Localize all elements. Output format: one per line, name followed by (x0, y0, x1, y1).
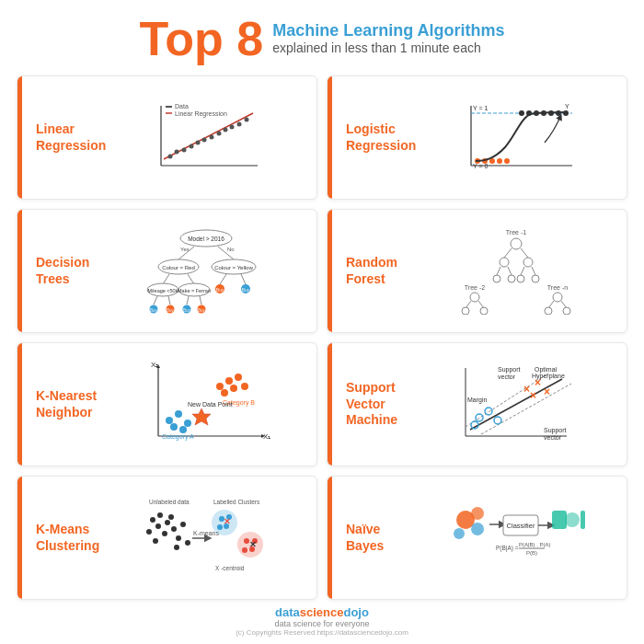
svg-point-26 (504, 158, 510, 164)
svg-line-79 (521, 267, 524, 275)
svg-point-104 (175, 410, 182, 418)
svg-line-78 (508, 267, 512, 275)
svg-text:X₁: X₁ (263, 432, 270, 441)
card-bar (17, 343, 22, 466)
svg-line-80 (532, 267, 535, 275)
svg-text:Buy: Buy (198, 308, 206, 313)
svg-point-170 (471, 523, 484, 535)
card-logistic-regression: LogisticRegression (327, 75, 627, 200)
svg-point-90 (480, 307, 488, 315)
svg-point-124 (485, 408, 492, 415)
card-bar (328, 477, 332, 599)
card-visual-linear-regression: Data Linear Regression (106, 84, 307, 191)
svg-point-82 (508, 275, 515, 282)
svg-point-83 (517, 275, 524, 282)
card-visual-k-nearest-neighbor: X₁ X₂ Category A Category B (105, 351, 307, 458)
svg-point-105 (170, 423, 178, 431)
svg-point-81 (493, 275, 500, 282)
svg-point-84 (532, 275, 539, 282)
card-naive-bayes: NaïveBayes C (327, 476, 627, 600)
svg-text:P(A|B) . P(A): P(A|B) . P(A) (519, 542, 551, 547)
card-bar (328, 210, 332, 332)
footer-brand-science: science (300, 605, 344, 619)
svg-point-25 (497, 158, 502, 164)
card-random-forest: RandomForest Tree -1 (327, 209, 627, 333)
svg-point-106 (184, 420, 191, 427)
card-bar (328, 76, 332, 199)
svg-line-50 (188, 274, 194, 284)
svg-point-7 (195, 140, 200, 144)
card-bar (17, 76, 22, 199)
svg-text:Buy: Buy (183, 308, 191, 313)
card-k-means-clustering: K-MeansClustering Unlabeled data (17, 476, 317, 600)
svg-point-143 (165, 520, 170, 525)
svg-rect-176 (552, 511, 567, 529)
svg-text:Hyperplane: Hyperplane (532, 373, 565, 380)
svg-point-177 (565, 512, 580, 527)
svg-text:Y = 1: Y = 1 (473, 105, 489, 111)
card-label-random-forest: RandomForest (337, 255, 415, 287)
svg-line-77 (497, 267, 500, 275)
svg-point-148 (176, 535, 181, 541)
svg-text:Data: Data (175, 103, 189, 109)
svg-point-95 (545, 307, 552, 315)
svg-text:✕: ✕ (249, 540, 257, 549)
svg-point-123 (476, 414, 483, 421)
svg-text:vector: vector (544, 434, 562, 441)
svg-line-53 (220, 274, 226, 284)
svg-point-159 (217, 524, 223, 530)
svg-text:No: No (227, 247, 235, 252)
card-visual-decision-trees: Model > 2016 Yes No Colour = Red Colour … (105, 217, 307, 325)
footer-brand-dojo: dojo (343, 605, 368, 619)
svg-point-92 (553, 293, 562, 302)
card-visual-naive-bayes: Classifier P(B|A) = P(A|B) . P(A) (415, 484, 617, 592)
svg-point-149 (153, 538, 158, 544)
svg-text:Make = Ferrari: Make = Ferrari (178, 288, 211, 293)
card-visual-k-means-clustering: Unlabeled data (105, 484, 307, 592)
svg-point-164 (242, 547, 247, 553)
svg-point-4 (174, 149, 178, 154)
svg-point-142 (155, 523, 161, 529)
svg-text:P(B|A) =: P(B|A) = (496, 545, 519, 552)
svg-line-73 (504, 248, 512, 258)
svg-point-6 (189, 144, 193, 148)
svg-line-56 (241, 274, 246, 284)
svg-rect-178 (581, 511, 585, 529)
svg-text:X -centroid: X -centroid (215, 565, 245, 571)
header-subtitle2: explained in less than 1 minute each (272, 40, 504, 56)
svg-point-141 (157, 512, 163, 518)
svg-point-144 (146, 529, 152, 535)
svg-line-47 (163, 274, 169, 284)
card-label-k-means-clustering: K-MeansClustering (27, 522, 105, 554)
svg-text:Buy: Buy (216, 287, 224, 293)
footer-copyright: (c) Copyrights Reserved https://datascie… (236, 628, 408, 637)
footer: data science dojo data science for every… (236, 605, 408, 637)
svg-line-62 (168, 296, 170, 305)
svg-point-126 (494, 417, 501, 424)
card-linear-regression: LinearRegression (17, 75, 317, 200)
footer-brand-data: data (275, 605, 300, 619)
svg-line-65 (187, 296, 189, 305)
svg-point-11 (223, 127, 227, 132)
svg-point-147 (168, 514, 174, 520)
svg-text:✕: ✕ (224, 517, 231, 526)
svg-point-151 (174, 545, 179, 550)
cards-grid: LinearRegression (17, 75, 627, 600)
svg-point-110 (225, 377, 233, 385)
svg-line-68 (200, 296, 201, 305)
svg-text:New Data Point: New Data Point (188, 401, 233, 408)
svg-text:Support: Support (498, 366, 521, 374)
svg-point-146 (171, 526, 177, 532)
svg-point-169 (471, 507, 484, 520)
card-k-nearest-neighbor: K-NearestNeighbor X₁ X₂ (17, 342, 317, 466)
svg-point-107 (179, 426, 187, 433)
svg-text:Y: Y (565, 103, 569, 109)
svg-point-9 (209, 134, 213, 139)
card-label-decision-trees: DecisionTrees (27, 255, 105, 287)
svg-text:Buy: Buy (167, 308, 175, 313)
svg-point-27 (519, 110, 524, 116)
svg-point-12 (229, 124, 234, 129)
svg-point-89 (462, 307, 469, 315)
svg-point-111 (221, 389, 228, 397)
card-label-logistic-regression: LogisticRegression (337, 121, 416, 154)
